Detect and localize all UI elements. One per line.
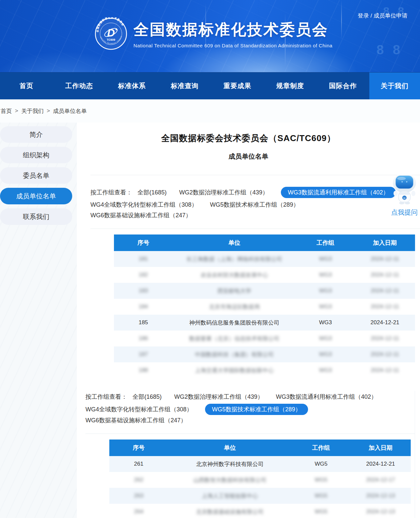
filter-option-2[interactable]: WG2数据治理标准工作组（439） — [179, 187, 268, 198]
column-header: 单位 — [168, 440, 291, 456]
table-cell: 2024-12-21 — [355, 315, 415, 331]
nav-item-3[interactable]: 标准体系 — [106, 73, 158, 99]
nav-item-4[interactable]: 标准查询 — [158, 73, 211, 99]
filter-label: 按工作组查看： — [85, 393, 127, 401]
table-row: 182农业农村部大数据发展中心WG32024-12-11 — [114, 267, 415, 283]
cell-text: 长三角数据（上海）网络科技有限公司 — [186, 256, 282, 262]
table-cell: 182 — [114, 267, 173, 283]
cell-text: WG5 — [315, 477, 328, 483]
column-header: 序号 — [109, 440, 168, 456]
assistant-label[interactable]: 点我提问 — [391, 208, 418, 217]
robot-mascot-icon[interactable]: 回 — [392, 173, 417, 205]
table-cell: 长三角数据（上海）网络科技有限公司 — [173, 251, 296, 267]
cell-text: 185 — [138, 319, 148, 326]
table-cell: 数据要素（北京）信息技术有限公司 — [173, 331, 296, 346]
table-cell: 188 — [114, 362, 173, 378]
cell-text: 2024-12-21 — [366, 461, 395, 467]
nav-item-6[interactable]: 规章制度 — [264, 73, 316, 99]
cell-text: 北京数据基础设施有限公司 — [196, 509, 264, 515]
table-cell: 2024-12-17 — [350, 472, 411, 488]
main-content: 全国数据标委会技术委员会（SAC/TC609） 成员单位名单 按工作组查看：全部… — [77, 123, 420, 518]
filter-option-3[interactable]: WG3数据流通利用标准工作组（402） — [276, 391, 377, 402]
sidebar-item-4[interactable]: 成员单位名单 — [0, 188, 72, 204]
breadcrumb-item-3[interactable]: 成员单位名单 — [53, 107, 87, 115]
sidebar-item-2[interactable]: 组织架构 — [0, 147, 72, 163]
cell-text: 188 — [138, 367, 148, 373]
cell-text: WG5 — [315, 492, 328, 499]
filter-option-6[interactable]: WG6数据基础设施标准工作组（247） — [90, 210, 191, 221]
nav-item-2[interactable]: 工作动态 — [53, 73, 105, 99]
cell-text: 2024-12-11 — [371, 256, 399, 262]
cell-text: 2024-12-13 — [366, 492, 395, 499]
brand: 全国数据标准化技术委员会 NATIONAL TECHNICAL COMMITTE… — [94, 17, 333, 50]
cell-text: 182 — [138, 272, 148, 278]
cell-text: 262 — [134, 477, 143, 483]
filter-option-2[interactable]: WG2数据治理标准工作组（439） — [174, 391, 263, 402]
column-header: 加入日期 — [355, 234, 415, 251]
column-header: 单位 — [173, 234, 296, 251]
filter-option-5-selected[interactable]: WG5数据技术标准工作组（289） — [205, 404, 308, 415]
table-cell: 2024-12-11 — [355, 267, 415, 283]
cell-text: 2024-12-11 — [371, 367, 399, 373]
content-layout: 简介组织架构委员名单成员单位名单联系我们 全国数据标委会技术委员会（SAC/TC… — [0, 123, 420, 518]
breadcrumb: 首页>关于我们>成员单位名单 — [0, 99, 420, 123]
table-header-row: 序号单位工作组加入日期 — [114, 234, 415, 251]
column-header: 加入日期 — [350, 440, 411, 456]
table-cell: 2024-12-21 — [350, 456, 411, 472]
cell-text: 农业农村部大数据发展中心 — [201, 272, 268, 278]
nav-item-7[interactable]: 国际合作 — [317, 73, 369, 99]
cell-text: 264 — [134, 508, 143, 515]
table-cell: 北京神州数字科技有限公司 — [168, 456, 291, 472]
cell-text: 中国数据科技（集团）有限公司 — [195, 351, 274, 358]
table-cell: WG3 — [296, 283, 355, 299]
table-row: 262山西数智大数据科技有限公司WG52024-12-17 — [109, 472, 411, 488]
table-row: 187中国数据科技（集团）有限公司WG32024-12-11 — [114, 346, 415, 362]
cell-text: 2024-12-13 — [366, 508, 395, 515]
table-cell: 184 — [114, 299, 173, 315]
filter-option-4[interactable]: WG4全域数字化转型标准工作组（308） — [90, 199, 197, 210]
nav-item-5[interactable]: 重要成果 — [211, 73, 264, 99]
column-header: 序号 — [114, 234, 173, 251]
table-cell: 185 — [114, 315, 173, 331]
filter-option-6[interactable]: WG6数据基础设施标准工作组（247） — [85, 415, 186, 426]
assistant-widget[interactable]: 回 点我提问 — [391, 173, 418, 217]
nav-item-8[interactable]: 关于我们 — [369, 73, 420, 99]
table-cell: 2024-12-13 — [350, 504, 411, 518]
filter-option-3-selected[interactable]: WG3数据流通利用标准工作组（402） — [281, 187, 396, 198]
sidebar: 简介组织架构委员名单成员单位名单联系我们 — [0, 123, 73, 229]
table-cell: WG3 — [296, 346, 355, 362]
filter-option-1[interactable]: 全部(1685) — [137, 187, 167, 198]
sidebar-item-5[interactable]: 联系我们 — [0, 208, 72, 225]
table-cell: 2024-12-11 — [355, 346, 415, 362]
table-cell: 2024-12-11 — [355, 251, 415, 267]
table-cell: 264 — [109, 504, 168, 518]
cell-text: 山西数智大数据科技有限公司 — [193, 477, 266, 483]
breadcrumb-item-2[interactable]: 关于我们 — [21, 107, 44, 115]
cell-text: 上海人工智能创新中心 — [202, 493, 258, 499]
nav-item-1[interactable]: 首页 — [0, 73, 53, 99]
filter-option-1[interactable]: 全部(1685) — [132, 391, 162, 402]
cell-text: WG3 — [319, 287, 332, 294]
table-cell: 186 — [114, 331, 173, 346]
cell-text: 186 — [138, 335, 148, 341]
breadcrumb-separator: > — [47, 108, 50, 114]
sidebar-item-3[interactable]: 委员名单 — [0, 167, 72, 184]
filter-option-5[interactable]: WG5数据技术标准工作组（289） — [210, 199, 299, 210]
cell-text: 187 — [138, 351, 148, 357]
site-title: 全国数据标准化技术委员会 — [133, 20, 333, 40]
login-link[interactable]: 登录 / 成员单位申请 — [358, 12, 407, 20]
table-cell: WG5 — [292, 456, 350, 472]
filter-line-1: 按工作组查看：全部(1685)WG2数据治理标准工作组（439）WG3数据流通利… — [90, 186, 413, 198]
table-row: 188上海交通大学国际数据创新中心WG32024-12-11 — [114, 362, 415, 378]
main-nav: 首页工作动态标准体系标准查询重要成果规章制度国际合作关于我们 — [0, 72, 420, 99]
cell-text: 181 — [138, 256, 148, 262]
cell-text: 2024-12-17 — [366, 477, 395, 483]
section-wg3: 全国数据标委会技术委员会（SAC/TC609） 成员单位名单 按工作组查看：全部… — [77, 123, 420, 378]
table-cell: WG3 — [296, 331, 355, 346]
divider — [85, 434, 415, 434]
filter-option-4[interactable]: WG4全域数字化转型标准工作组（308） — [85, 404, 192, 415]
breadcrumb-item-1[interactable]: 首页 — [1, 107, 12, 115]
cell-text: WG3 — [319, 303, 332, 310]
sidebar-item-1[interactable]: 简介 — [0, 126, 72, 143]
filter-line-2: WG4全域数字化转型标准工作组（308）WG5数据技术标准工作组（289）WG6… — [85, 404, 408, 426]
